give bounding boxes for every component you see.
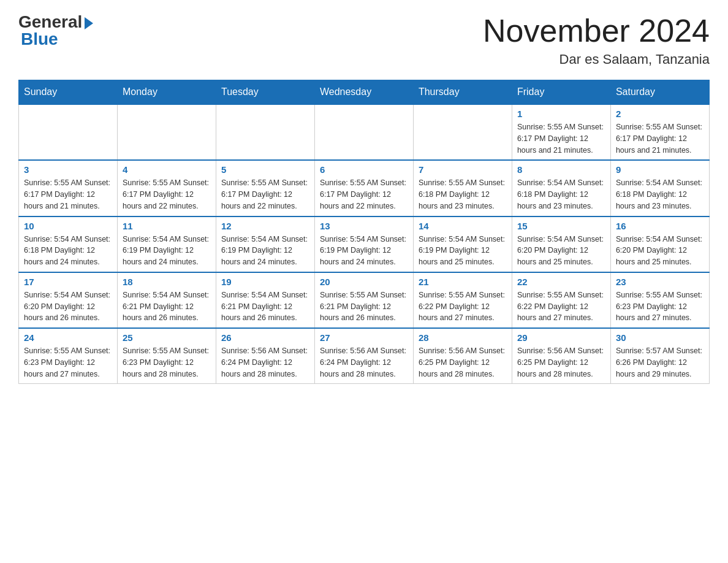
day-info: Sunrise: 5:54 AM Sunset: 6:21 PM Dayligh… [123, 289, 211, 324]
day-info: Sunrise: 5:55 AM Sunset: 6:23 PM Dayligh… [123, 345, 211, 380]
day-number: 16 [616, 221, 704, 231]
calendar-cell: 11Sunrise: 5:54 AM Sunset: 6:19 PM Dayli… [117, 216, 216, 272]
calendar-cell: 19Sunrise: 5:54 AM Sunset: 6:21 PM Dayli… [216, 272, 314, 328]
calendar-cell: 10Sunrise: 5:54 AM Sunset: 6:18 PM Dayli… [19, 216, 118, 272]
day-info: Sunrise: 5:54 AM Sunset: 6:20 PM Dayligh… [24, 289, 112, 324]
day-info: Sunrise: 5:54 AM Sunset: 6:19 PM Dayligh… [123, 234, 211, 268]
day-info: Sunrise: 5:56 AM Sunset: 6:25 PM Dayligh… [517, 345, 605, 380]
day-number: 14 [419, 221, 507, 231]
day-info: Sunrise: 5:56 AM Sunset: 6:24 PM Dayligh… [320, 345, 408, 380]
col-header-thursday: Thursday [413, 80, 512, 105]
day-info: Sunrise: 5:54 AM Sunset: 6:20 PM Dayligh… [616, 234, 704, 268]
calendar-cell: 3Sunrise: 5:55 AM Sunset: 6:17 PM Daylig… [19, 160, 118, 216]
day-number: 24 [24, 332, 112, 343]
col-header-wednesday: Wednesday [314, 80, 413, 105]
calendar-header-row: SundayMondayTuesdayWednesdayThursdayFrid… [19, 80, 710, 105]
calendar-cell: 17Sunrise: 5:54 AM Sunset: 6:20 PM Dayli… [19, 272, 118, 328]
calendar-cell: 22Sunrise: 5:55 AM Sunset: 6:22 PM Dayli… [512, 272, 610, 328]
day-number: 30 [616, 332, 704, 343]
calendar-cell: 24Sunrise: 5:55 AM Sunset: 6:23 PM Dayli… [19, 328, 118, 384]
day-info: Sunrise: 5:55 AM Sunset: 6:17 PM Dayligh… [24, 177, 112, 212]
calendar-cell: 15Sunrise: 5:54 AM Sunset: 6:20 PM Dayli… [512, 216, 610, 272]
day-number: 2 [616, 109, 704, 119]
day-number: 27 [320, 332, 408, 343]
day-info: Sunrise: 5:55 AM Sunset: 6:17 PM Dayligh… [320, 177, 408, 212]
day-number: 23 [616, 277, 704, 287]
day-info: Sunrise: 5:54 AM Sunset: 6:19 PM Dayligh… [221, 234, 309, 268]
day-info: Sunrise: 5:56 AM Sunset: 6:24 PM Dayligh… [221, 345, 309, 380]
page-header: General Blue November 2024 Dar es Salaam… [18, 12, 710, 67]
calendar-cell: 5Sunrise: 5:55 AM Sunset: 6:17 PM Daylig… [216, 160, 314, 216]
col-header-monday: Monday [117, 80, 216, 105]
location-title: Dar es Salaam, Tanzania [483, 52, 710, 67]
day-number: 4 [123, 164, 211, 175]
calendar-cell: 27Sunrise: 5:56 AM Sunset: 6:24 PM Dayli… [314, 328, 413, 384]
col-header-tuesday: Tuesday [216, 80, 314, 105]
day-info: Sunrise: 5:54 AM Sunset: 6:20 PM Dayligh… [517, 234, 605, 268]
day-number: 10 [24, 221, 112, 231]
calendar-cell [314, 104, 413, 160]
day-info: Sunrise: 5:55 AM Sunset: 6:18 PM Dayligh… [419, 177, 507, 212]
day-number: 8 [517, 164, 605, 175]
col-header-sunday: Sunday [19, 80, 118, 105]
col-header-saturday: Saturday [610, 80, 709, 105]
col-header-friday: Friday [512, 80, 610, 105]
logo-blue-text: Blue [18, 29, 58, 49]
calendar-cell: 8Sunrise: 5:54 AM Sunset: 6:18 PM Daylig… [512, 160, 610, 216]
day-number: 20 [320, 277, 408, 287]
day-info: Sunrise: 5:55 AM Sunset: 6:17 PM Dayligh… [517, 121, 605, 156]
day-number: 12 [221, 221, 309, 231]
calendar-cell: 14Sunrise: 5:54 AM Sunset: 6:19 PM Dayli… [413, 216, 512, 272]
calendar-week-row: 17Sunrise: 5:54 AM Sunset: 6:20 PM Dayli… [19, 272, 710, 328]
day-info: Sunrise: 5:54 AM Sunset: 6:18 PM Dayligh… [24, 234, 112, 268]
day-number: 15 [517, 221, 605, 231]
day-number: 11 [123, 221, 211, 231]
day-info: Sunrise: 5:55 AM Sunset: 6:22 PM Dayligh… [419, 289, 507, 324]
day-info: Sunrise: 5:55 AM Sunset: 6:22 PM Dayligh… [517, 289, 605, 324]
day-number: 28 [419, 332, 507, 343]
day-info: Sunrise: 5:55 AM Sunset: 6:17 PM Dayligh… [123, 177, 211, 212]
calendar-cell: 29Sunrise: 5:56 AM Sunset: 6:25 PM Dayli… [512, 328, 610, 384]
calendar-cell: 30Sunrise: 5:57 AM Sunset: 6:26 PM Dayli… [610, 328, 709, 384]
logo: General Blue [18, 12, 93, 49]
calendar-cell: 28Sunrise: 5:56 AM Sunset: 6:25 PM Dayli… [413, 328, 512, 384]
calendar-table: SundayMondayTuesdayWednesdayThursdayFrid… [18, 80, 710, 384]
title-area: November 2024 Dar es Salaam, Tanzania [483, 12, 710, 67]
day-number: 22 [517, 277, 605, 287]
day-number: 1 [517, 109, 605, 119]
day-info: Sunrise: 5:57 AM Sunset: 6:26 PM Dayligh… [616, 345, 704, 380]
day-number: 17 [24, 277, 112, 287]
day-info: Sunrise: 5:55 AM Sunset: 6:17 PM Dayligh… [221, 177, 309, 212]
day-info: Sunrise: 5:55 AM Sunset: 6:23 PM Dayligh… [616, 289, 704, 324]
day-info: Sunrise: 5:54 AM Sunset: 6:18 PM Dayligh… [517, 177, 605, 212]
day-number: 13 [320, 221, 408, 231]
calendar-cell [216, 104, 314, 160]
calendar-cell: 4Sunrise: 5:55 AM Sunset: 6:17 PM Daylig… [117, 160, 216, 216]
calendar-cell: 23Sunrise: 5:55 AM Sunset: 6:23 PM Dayli… [610, 272, 709, 328]
day-number: 21 [419, 277, 507, 287]
day-number: 7 [419, 164, 507, 175]
calendar-cell: 25Sunrise: 5:55 AM Sunset: 6:23 PM Dayli… [117, 328, 216, 384]
day-info: Sunrise: 5:55 AM Sunset: 6:21 PM Dayligh… [320, 289, 408, 324]
day-number: 29 [517, 332, 605, 343]
day-number: 5 [221, 164, 309, 175]
day-info: Sunrise: 5:54 AM Sunset: 6:19 PM Dayligh… [419, 234, 507, 268]
calendar-cell: 13Sunrise: 5:54 AM Sunset: 6:19 PM Dayli… [314, 216, 413, 272]
calendar-week-row: 3Sunrise: 5:55 AM Sunset: 6:17 PM Daylig… [19, 160, 710, 216]
day-info: Sunrise: 5:54 AM Sunset: 6:19 PM Dayligh… [320, 234, 408, 268]
day-number: 6 [320, 164, 408, 175]
calendar-cell: 16Sunrise: 5:54 AM Sunset: 6:20 PM Dayli… [610, 216, 709, 272]
calendar-cell: 20Sunrise: 5:55 AM Sunset: 6:21 PM Dayli… [314, 272, 413, 328]
day-number: 25 [123, 332, 211, 343]
day-number: 9 [616, 164, 704, 175]
calendar-cell: 18Sunrise: 5:54 AM Sunset: 6:21 PM Dayli… [117, 272, 216, 328]
calendar-cell [413, 104, 512, 160]
calendar-week-row: 10Sunrise: 5:54 AM Sunset: 6:18 PM Dayli… [19, 216, 710, 272]
month-title: November 2024 [483, 12, 710, 49]
day-number: 19 [221, 277, 309, 287]
day-info: Sunrise: 5:55 AM Sunset: 6:23 PM Dayligh… [24, 345, 112, 380]
day-number: 18 [123, 277, 211, 287]
calendar-week-row: 1Sunrise: 5:55 AM Sunset: 6:17 PM Daylig… [19, 104, 710, 160]
calendar-cell: 1Sunrise: 5:55 AM Sunset: 6:17 PM Daylig… [512, 104, 610, 160]
calendar-cell: 6Sunrise: 5:55 AM Sunset: 6:17 PM Daylig… [314, 160, 413, 216]
